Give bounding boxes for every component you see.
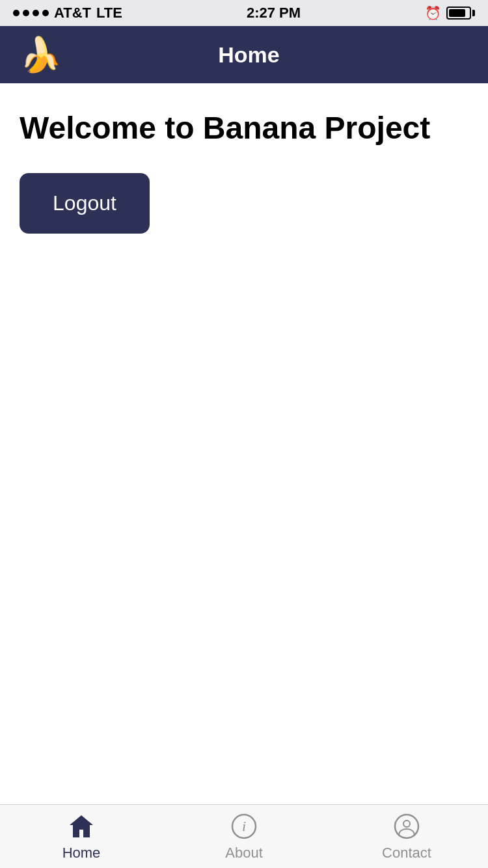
tab-about-label: About [225, 845, 263, 861]
signal-dot-3 [33, 10, 39, 16]
svg-text:i: i [242, 818, 246, 834]
svg-point-3 [403, 821, 410, 827]
status-bar: AT&T LTE 2:27 PM ⏰ [0, 0, 488, 26]
main-content: Welcome to Banana Project Logout [0, 83, 488, 804]
tab-bar: Home i About Contact [0, 804, 488, 868]
alarm-icon: ⏰ [425, 5, 441, 21]
home-icon [67, 812, 96, 841]
signal-dot-1 [13, 10, 20, 16]
battery-fill [449, 9, 466, 17]
status-bar-right: ⏰ [425, 5, 475, 21]
tab-contact-label: Contact [382, 845, 431, 861]
signal-dots [13, 10, 49, 16]
tab-contact[interactable]: Contact [325, 805, 488, 868]
logout-button[interactable]: Logout [20, 173, 150, 234]
tab-about[interactable]: i About [163, 805, 325, 868]
tab-home-label: Home [62, 845, 101, 861]
welcome-heading: Welcome to Banana Project [20, 109, 468, 147]
battery-tip [472, 10, 475, 16]
nav-title: Home [68, 42, 429, 68]
status-bar-left: AT&T LTE [13, 5, 122, 21]
battery-indicator [446, 7, 475, 20]
network-type: LTE [96, 5, 122, 21]
about-icon: i [230, 812, 258, 841]
status-time: 2:27 PM [247, 5, 301, 21]
nav-bar: 🍌 Home [0, 26, 488, 83]
signal-dot-4 [42, 10, 49, 16]
contact-icon [392, 812, 421, 841]
signal-dot-2 [23, 10, 29, 16]
battery-body [446, 7, 471, 20]
banana-logo: 🍌 [20, 35, 62, 75]
tab-home[interactable]: Home [0, 805, 163, 868]
carrier-name: AT&T [54, 5, 91, 21]
